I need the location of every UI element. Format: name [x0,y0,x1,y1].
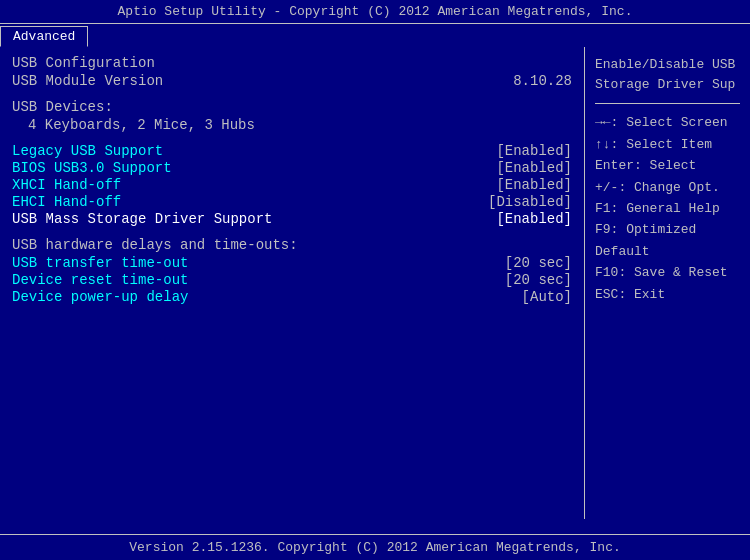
setting-value-2: [Enabled] [496,177,572,193]
setting-row-2[interactable]: XHCI Hand-off [Enabled] [12,177,572,193]
setting-row-4[interactable]: USB Mass Storage Driver Support [Enabled… [12,211,572,227]
usb-module-row: USB Module Version 8.10.28 [12,73,572,89]
key-item-7: ESC: Exit [595,284,740,305]
key-item-4: F1: General Help [595,198,740,219]
key-item-5: F9: Optimized Default [595,219,740,262]
usb-module-label: USB Module Version [12,73,163,89]
setting-row-3[interactable]: EHCI Hand-off [Disabled] [12,194,572,210]
key-item-3: +/-: Change Opt. [595,177,740,198]
setting-value-4: [Enabled] [496,211,572,227]
timeout-row-1[interactable]: Device reset time-out [20 sec] [12,272,572,288]
timeouts-label: USB hardware delays and time-outs: [12,237,572,253]
setting-label-1: BIOS USB3.0 Support [12,160,172,176]
setting-value-0: [Enabled] [496,143,572,159]
setting-label-3: EHCI Hand-off [12,194,121,210]
timeout-label-1: Device reset time-out [12,272,188,288]
title-text: Aptio Setup Utility - Copyright (C) 2012… [118,4,633,19]
timeout-label-0: USB transfer time-out [12,255,188,271]
right-divider [595,103,740,104]
setting-label-0: Legacy USB Support [12,143,163,159]
tab-bar: Advanced [0,24,750,47]
help-text: Enable/Disable USB Storage Driver Sup [595,55,740,95]
timeout-value-1: [20 sec] [505,272,572,288]
setting-row-1[interactable]: BIOS USB3.0 Support [Enabled] [12,160,572,176]
main-layout: USB Configuration USB Module Version 8.1… [0,47,750,519]
setting-label-4: USB Mass Storage Driver Support [12,211,272,227]
timeout-row-2[interactable]: Device power-up delay [Auto] [12,289,572,305]
title-bar: Aptio Setup Utility - Copyright (C) 2012… [0,0,750,24]
timeout-label-2: Device power-up delay [12,289,188,305]
setting-value-1: [Enabled] [496,160,572,176]
setting-row-0[interactable]: Legacy USB Support [Enabled] [12,143,572,159]
key-item-6: F10: Save & Reset [595,262,740,283]
bottom-bar: Version 2.15.1236. Copyright (C) 2012 Am… [0,534,750,560]
timeout-row-0[interactable]: USB transfer time-out [20 sec] [12,255,572,271]
usb-module-value: 8.10.28 [513,73,572,89]
usb-config-label: USB Configuration [12,55,572,71]
usb-devices-value: 4 Keyboards, 2 Mice, 3 Hubs [12,117,572,133]
usb-devices-label: USB Devices: [12,99,572,115]
timeout-value-2: [Auto] [522,289,572,305]
key-item-1: ↑↓: Select Item [595,134,740,155]
left-panel: USB Configuration USB Module Version 8.1… [0,47,585,519]
right-panel: Enable/Disable USB Storage Driver Sup →←… [585,47,750,519]
setting-value-3: [Disabled] [488,194,572,210]
key-item-2: Enter: Select [595,155,740,176]
setting-label-2: XHCI Hand-off [12,177,121,193]
key-item-0: →←: Select Screen [595,112,740,133]
tab-advanced[interactable]: Advanced [0,26,88,47]
timeout-value-0: [20 sec] [505,255,572,271]
bottom-text: Version 2.15.1236. Copyright (C) 2012 Am… [129,540,620,555]
